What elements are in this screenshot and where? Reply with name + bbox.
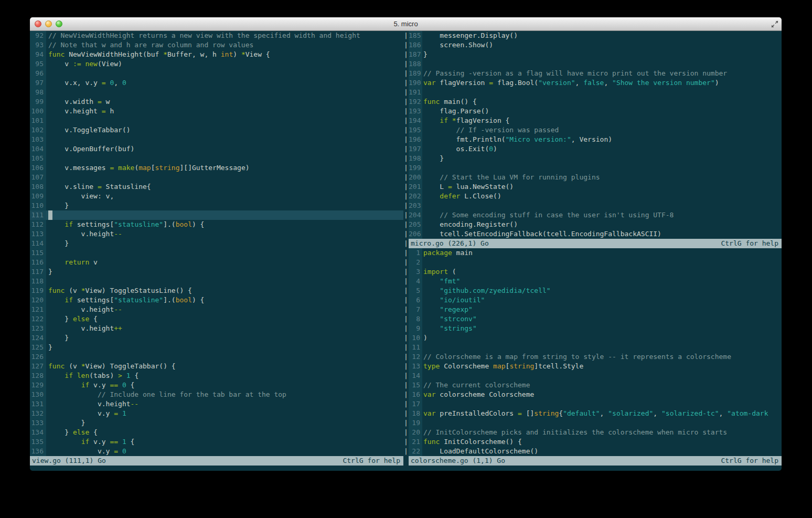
code-line[interactable]: if *flagVersion { [422,116,782,125]
code-line[interactable]: v.height-- [46,399,403,409]
code-row[interactable]: 194 if *flagVersion { [409,116,782,125]
code-line[interactable]: // Note that w and h are raw column and … [46,40,403,50]
code-row[interactable]: 130 // Include one line for the tab bar … [30,390,403,399]
code-row[interactable]: 192func main() { [409,97,782,107]
code-line[interactable]: v.height-- [46,305,403,314]
code-line[interactable]: if v.y == 0 { [46,380,403,390]
code-line[interactable] [46,69,403,78]
code-line[interactable]: func (v *View) ToggleStatusLine() { [46,286,403,295]
code-row[interactable]: 20// InitColorscheme picks and initializ… [409,428,782,437]
code-line[interactable]: v.y = 0 [46,447,403,456]
code-row[interactable]: 129 if v.y == 0 { [30,380,403,390]
code-line[interactable] [46,135,403,144]
code-line[interactable]: v := new(View) [46,59,403,69]
code-line[interactable]: messenger.Display() [422,31,782,40]
code-line[interactable]: ) [422,333,782,343]
code-row[interactable]: 196 fmt.Println("Micro version:", Versio… [409,135,782,144]
code-row[interactable]: 197 os.Exit(0) [409,144,782,154]
code-row[interactable]: 188 [409,59,782,69]
code-row[interactable]: 18var preInstalledColors = []string{"def… [409,409,782,418]
code-line[interactable]: LoadDefaultColorscheme() [422,447,782,456]
code-line[interactable] [422,59,782,69]
code-line[interactable]: package main [422,248,782,258]
code-line[interactable]: var preInstalledColors = []string{"defau… [422,409,782,418]
code-row[interactable]: 106 v.messages = make(map[string][]Gutte… [30,163,403,173]
code-line[interactable] [422,201,782,210]
code-line[interactable]: os.Exit(0) [422,144,782,154]
close-button[interactable] [35,20,41,27]
code-line[interactable]: if settings["statusline"].(bool) { [46,295,403,305]
code-line[interactable]: v.height++ [46,324,403,333]
code-line[interactable]: // InitColorscheme picks and initializes… [422,428,782,437]
code-line[interactable] [422,258,782,267]
code-line[interactable]: view: v, [46,192,403,201]
code-line[interactable]: v.width = w [46,97,403,107]
code-line[interactable]: encoding.Register() [422,220,782,229]
code-line[interactable]: L = lua.NewState() [422,182,782,192]
window-titlebar[interactable]: 5. micro [30,17,782,31]
code-line[interactable]: } else { [46,314,403,324]
code-row[interactable]: 92// NewViewWidthHeight returns a new vi… [30,31,403,40]
code-row[interactable]: 116 return v [30,258,403,267]
code-line[interactable] [422,399,782,409]
code-row[interactable]: 6 "io/ioutil" [409,295,782,305]
code-row[interactable]: 11 [409,343,782,352]
code-line[interactable] [46,248,403,258]
code-row[interactable]: 14 [409,371,782,380]
code-row[interactable]: 200 // Start the Lua VM for running plug… [409,173,782,182]
code-line[interactable]: v.ToggleTabbar() [46,125,403,135]
code-line[interactable] [422,88,782,97]
code-row[interactable]: 109 view: v, [30,192,403,201]
code-line[interactable]: // Include one line for the tab bar at t… [46,390,403,399]
code-row[interactable]: 94func NewViewWidthHeight(buf *Buffer, w… [30,50,403,59]
zoom-button[interactable] [56,20,62,27]
code-line[interactable]: v.y = 1 [46,409,403,418]
code-row[interactable]: 136 v.y = 0 [30,447,403,456]
code-line[interactable] [422,371,782,380]
code-line[interactable] [46,277,403,286]
code-line[interactable]: } [46,418,403,428]
code-line[interactable]: if len(tabs) > 1 { [46,371,403,380]
code-line[interactable]: v.sline = Statusline{ [46,182,403,192]
code-line[interactable]: func main() { [422,97,782,107]
code-line[interactable]: // If -version was passed [422,125,782,135]
code-row[interactable]: 21func InitColorscheme() { [409,437,782,447]
code-row[interactable]: 96 [30,69,403,78]
code-line[interactable]: // Colorscheme is a map from string to s… [422,352,782,362]
code-line[interactable]: // The current colorscheme [422,380,782,390]
code-line[interactable]: // Passing -version as a flag will have … [422,69,782,78]
code-row[interactable]: 185 messenger.Display() [409,31,782,40]
code-line[interactable]: func InitColorscheme() { [422,437,782,447]
code-row[interactable]: 131 v.height-- [30,399,403,409]
code-row[interactable]: 201 L = lua.NewState() [409,182,782,192]
code-row[interactable]: 124 } [30,333,403,343]
code-line[interactable]: type Colorscheme map[string]tcell.Style [422,362,782,371]
code-line[interactable]: fmt.Println("Micro version:", Version) [422,135,782,144]
code-row[interactable]: 100 v.height = h [30,107,403,116]
code-row[interactable]: 9 "strings" [409,324,782,333]
code-line[interactable]: if settings["statusline"].(bool) { [46,220,403,229]
code-row[interactable]: 121 v.height-- [30,305,403,314]
code-row[interactable]: 118 [30,277,403,286]
code-line[interactable]: } [46,333,403,343]
code-row[interactable]: 117} [30,267,403,277]
code-row[interactable]: 103 [30,135,403,144]
code-line[interactable] [422,163,782,173]
code-line[interactable]: "regexp" [422,305,782,314]
code-line[interactable]: func (v *View) ToggleTabbar() { [46,362,403,371]
code-row[interactable]: 10) [409,333,782,343]
code-row[interactable]: 206 tcell.SetEncodingFallback(tcell.Enco… [409,229,782,239]
code-row[interactable]: 203 [409,201,782,210]
code-line[interactable]: v.x, v.y = 0, 0 [46,78,403,88]
code-row[interactable]: 112 if settings["statusline"].(bool) { [30,220,403,229]
code-line[interactable] [46,210,403,220]
code-line[interactable] [422,343,782,352]
code-row[interactable]: 125} [30,343,403,352]
code-line[interactable]: } [46,267,403,277]
code-row[interactable]: 1package main [409,248,782,258]
code-row[interactable]: 123 v.height++ [30,324,403,333]
code-row[interactable]: 133 } [30,418,403,428]
code-row[interactable]: 202 defer L.Close() [409,192,782,201]
code-line[interactable] [46,116,403,125]
code-row[interactable]: 107 [30,173,403,182]
